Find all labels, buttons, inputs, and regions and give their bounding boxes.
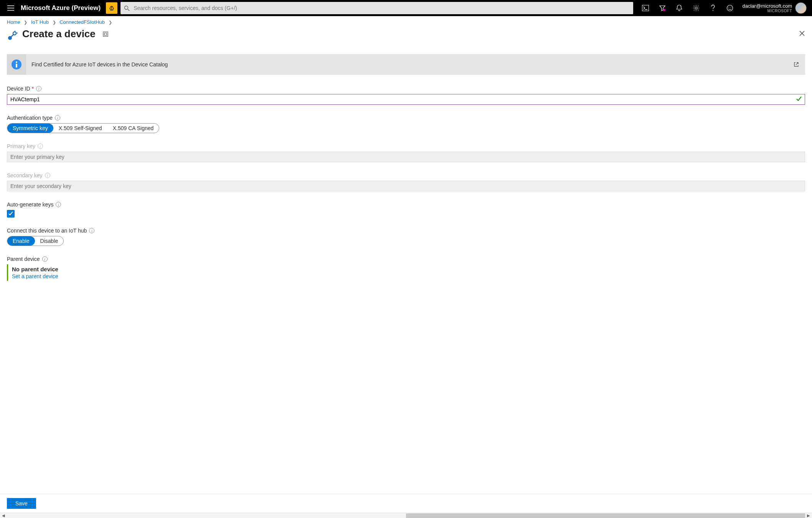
scroll-track[interactable] (7, 513, 805, 518)
svg-point-6 (727, 5, 733, 11)
breadcrumb-iothub[interactable]: IoT Hub (31, 19, 49, 25)
primary-key-label: Primary key i (7, 143, 805, 149)
chevron-right-icon: ❯ (106, 20, 114, 25)
report-bug-button[interactable] (106, 2, 117, 14)
svg-rect-11 (15, 31, 15, 32)
directory-filter-button[interactable] (654, 0, 671, 16)
brand-name: Microsoft Azure (Preview) (18, 4, 106, 12)
scroll-thumb[interactable] (406, 513, 805, 518)
global-search[interactable] (120, 2, 633, 14)
filter-icon (659, 5, 666, 12)
info-tooltip-icon[interactable]: i (42, 256, 48, 262)
chevron-right-icon: ❯ (21, 20, 30, 25)
parent-device-label: Parent device i (7, 256, 805, 262)
device-id-input[interactable] (7, 94, 805, 105)
account-tenant: MICROSOFT (767, 9, 792, 13)
bug-icon (108, 5, 115, 12)
chevron-right-icon: ❯ (50, 20, 58, 25)
connect-group: Enable Disable (7, 236, 64, 246)
required-indicator: * (32, 86, 34, 92)
breadcrumb: Home ❯ IoT Hub ❯ ConnectedFSIotHub ❯ (0, 16, 812, 25)
connect-disable-pill[interactable]: Disable (35, 236, 64, 246)
feedback-button[interactable] (721, 0, 738, 16)
search-input[interactable] (133, 2, 633, 14)
info-banner-icon (7, 54, 26, 75)
avatar[interactable] (795, 2, 807, 14)
info-banner-text: Find Certified for Azure IoT devices in … (26, 61, 173, 68)
pin-icon (102, 31, 109, 37)
close-icon (799, 30, 805, 36)
breadcrumb-hubname[interactable]: ConnectedFSIotHub (59, 19, 105, 25)
account-email: daclar@microsoft.com (742, 3, 792, 9)
external-link-icon (794, 62, 799, 67)
autogen-label: Auto-generate keys i (7, 201, 805, 208)
info-banner-open-link[interactable] (787, 62, 805, 67)
parent-device-box: No parent device Set a parent device (7, 264, 805, 281)
pin-button[interactable] (102, 31, 109, 37)
connect-label: Connect this device to an IoT hub i (7, 228, 805, 234)
smiley-icon (726, 5, 733, 12)
auth-casigned-pill[interactable]: X.509 CA Signed (107, 124, 159, 133)
connect-enable-pill[interactable]: Enable (7, 236, 35, 246)
svg-point-1 (124, 6, 128, 9)
info-tooltip-icon[interactable]: i (45, 173, 50, 178)
info-tooltip-icon[interactable]: i (36, 86, 41, 91)
svg-rect-17 (16, 64, 17, 68)
blade-content: Find Certified for Azure IoT devices in … (0, 43, 812, 494)
top-bar: Microsoft Azure (Preview) (0, 0, 812, 16)
svg-point-3 (663, 9, 665, 11)
valid-check-icon (796, 96, 802, 102)
device-id-label: Device ID * i (7, 86, 805, 92)
hamburger-menu-button[interactable] (4, 0, 18, 16)
svg-point-5 (713, 10, 713, 11)
gear-icon (693, 5, 700, 12)
hamburger-icon (7, 5, 14, 11)
svg-rect-2 (642, 5, 649, 11)
svg-point-4 (695, 7, 697, 9)
account-block[interactable]: daclar@microsoft.com MICROSOFT (738, 3, 795, 13)
cloud-shell-button[interactable] (637, 0, 654, 16)
svg-point-7 (729, 7, 729, 8)
topbar-tools: daclar@microsoft.com MICROSOFT (635, 0, 812, 16)
svg-rect-12 (16, 33, 18, 33)
blade-footer: Save (0, 494, 812, 513)
secondary-key-input (7, 181, 805, 191)
svg-rect-14 (104, 33, 107, 35)
save-button[interactable]: Save (7, 498, 36, 509)
help-button[interactable] (705, 0, 721, 16)
info-banner: Find Certified for Azure IoT devices in … (7, 54, 805, 75)
search-icon (120, 5, 133, 11)
autogen-checkbox[interactable] (7, 210, 15, 218)
svg-rect-13 (103, 32, 108, 36)
svg-point-10 (13, 32, 16, 35)
auth-type-group: Symmetric key X.509 Self-Signed X.509 CA… (7, 123, 159, 133)
svg-point-16 (16, 61, 17, 63)
iot-device-icon (7, 30, 18, 41)
breadcrumb-home[interactable]: Home (7, 19, 20, 25)
settings-button[interactable] (688, 0, 705, 16)
info-icon (11, 59, 22, 70)
scroll-left-arrow[interactable]: ◀ (0, 513, 7, 518)
secondary-key-label: Secondary key i (7, 172, 805, 178)
parent-device-value: No parent device (12, 266, 805, 272)
auth-selfsigned-pill[interactable]: X.509 Self-Signed (53, 124, 107, 133)
bell-icon (676, 5, 682, 12)
auth-symmetric-pill[interactable]: Symmetric key (7, 124, 53, 133)
svg-point-8 (731, 7, 731, 8)
check-icon (8, 211, 13, 216)
page-title: Create a device (22, 28, 96, 40)
close-button[interactable] (799, 30, 805, 36)
info-tooltip-icon[interactable]: i (38, 144, 43, 149)
info-tooltip-icon[interactable]: i (89, 228, 94, 233)
set-parent-device-link[interactable]: Set a parent device (12, 273, 805, 279)
info-tooltip-icon[interactable]: i (56, 202, 61, 207)
notifications-button[interactable] (671, 0, 688, 16)
primary-key-input (7, 152, 805, 162)
cloud-shell-icon (642, 5, 649, 11)
question-icon (710, 5, 716, 12)
blade-header: Create a device (0, 25, 812, 43)
info-tooltip-icon[interactable]: i (55, 115, 60, 120)
auth-type-label: Authentication type i (7, 115, 805, 121)
scroll-right-arrow[interactable]: ▶ (805, 513, 812, 518)
horizontal-scrollbar[interactable]: ◀ ▶ (0, 513, 812, 518)
